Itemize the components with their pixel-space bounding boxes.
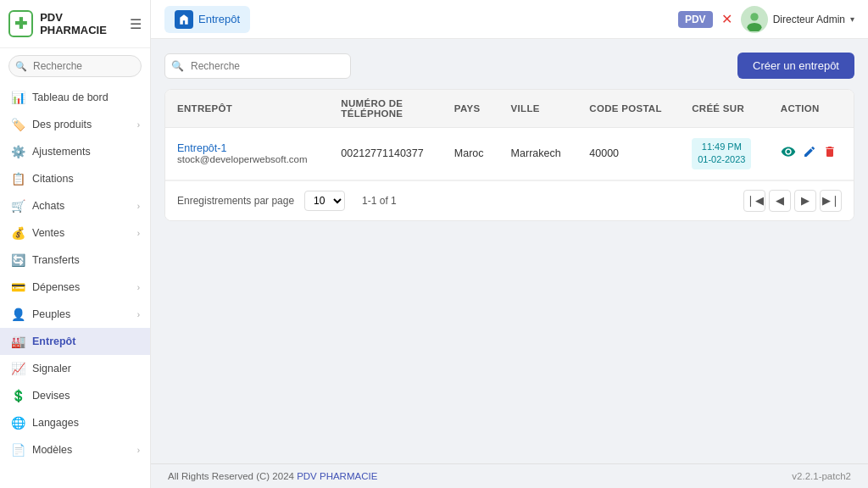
edit-button-0[interactable] [803, 145, 816, 162]
hamburger-menu-icon[interactable]: ☰ [130, 16, 142, 32]
cell-city-0: Marrakech [499, 128, 578, 180]
per-page-select[interactable]: 10 25 50 [304, 191, 345, 211]
nav-icon-langages: 🌐 [10, 416, 25, 430]
nav-icon-devises: 💲 [10, 389, 25, 402]
sidebar-title: PDV PHARMACIE [40, 11, 123, 36]
pagination-controls: ❘◀ ◀ ▶ ▶❘ [743, 190, 842, 212]
first-page-button[interactable]: ❘◀ [743, 190, 765, 212]
sidebar-item-devises[interactable]: 💲 Devises [0, 382, 150, 409]
cell-created-0: 11:49 PM01-02-2023 [680, 128, 769, 180]
prev-page-button[interactable]: ◀ [769, 190, 791, 212]
topbar-right: PDV ✕ Directeur Admin ▾ [678, 6, 854, 33]
sidebar-item-langages[interactable]: 🌐 Langages [0, 409, 150, 436]
nav-icon-depenses: 💳 [10, 280, 25, 294]
nav-icon-citations: 📋 [10, 172, 25, 186]
sidebar-search-icon: 🔍 [15, 61, 27, 72]
sidebar: ✚ PDV PHARMACIE ☰ 🔍 📊 Tableau de bord 🏷️… [0, 0, 151, 488]
col-created: CRÉÉ SUR [680, 90, 769, 128]
col-country: PAYS [442, 90, 499, 128]
sidebar-item-citations[interactable]: 📋 Citations [0, 165, 150, 192]
entrepot-email-0: stock@developerwebsoft.com [177, 154, 317, 164]
cell-country-0: Maroc [442, 128, 499, 180]
sidebar-item-des-produits[interactable]: 🏷️ Des produits › [0, 111, 150, 138]
nav-label-depenses: Dépenses [32, 281, 80, 293]
page-content: 🔍 Créer un entrepôt ENTREPÔT NUMÉRO DETÉ… [151, 39, 868, 463]
nav-icon-tableau-de-bord: 📊 [10, 91, 25, 104]
nav-icon-peuples: 👤 [10, 308, 25, 321]
col-postal: CODE POSTAL [577, 90, 680, 128]
sidebar-logo: ✚ [8, 10, 33, 37]
nav-label-signaler: Signaler [32, 363, 71, 374]
cell-postal-0: 40000 [577, 128, 680, 180]
content-header: 🔍 Créer un entrepôt [164, 53, 854, 79]
sidebar-item-ajustements[interactable]: ⚙️ Ajustements [0, 138, 150, 165]
sidebar-item-peuples[interactable]: 👤 Peuples › [0, 301, 150, 328]
nav-label-devises: Devises [32, 390, 70, 402]
table-footer: Enregistrements par page 10 25 50 1-1 of… [165, 180, 854, 220]
cell-phone-0: 00212771140377 [329, 128, 442, 180]
col-entrepot: ENTREPÔT [165, 90, 329, 128]
nav-label-tableau-de-bord: Tableau de bord [32, 92, 108, 103]
create-entrepot-button[interactable]: Créer un entrepôt [737, 53, 854, 79]
nav-icon-modeles: 📄 [10, 443, 25, 457]
nav-arrow-ventes: › [137, 229, 140, 238]
page-footer: All Rights Reserved (C) 2024 PDV PHARMAC… [151, 463, 868, 488]
sidebar-search-container: 🔍 [0, 48, 150, 84]
nav-arrow-depenses: › [137, 283, 140, 292]
nav-arrow-peuples: › [137, 310, 140, 319]
sidebar-item-signaler[interactable]: 📈 Signaler [0, 355, 150, 382]
sidebar-item-tableau-de-bord[interactable]: 📊 Tableau de bord [0, 84, 150, 111]
view-button-0[interactable] [781, 144, 796, 163]
sidebar-search-input[interactable] [8, 55, 142, 77]
logo-cross-icon: ✚ [14, 14, 27, 33]
entrepot-table: ENTREPÔT NUMÉRO DETÉLÉPHONE PAYS VILLE C… [165, 90, 854, 180]
sidebar-item-depenses[interactable]: 💳 Dépenses › [0, 274, 150, 301]
col-city: VILLE [499, 90, 578, 128]
cell-action-0 [769, 128, 854, 180]
delete-button-0[interactable] [823, 145, 837, 162]
nav-icon-ajustements: ⚙️ [10, 145, 25, 158]
nav-arrow-modeles: › [137, 446, 140, 455]
nav-label-peuples: Peuples [32, 308, 70, 320]
main-content: Entrepôt PDV ✕ Directeur Admin ▾ � [151, 0, 868, 488]
footer-brand-link[interactable]: PDV PHARMACIE [297, 471, 377, 481]
pdv-badge: PDV [678, 11, 713, 28]
user-menu-chevron-icon[interactable]: ▾ [850, 14, 854, 24]
svg-point-1 [750, 13, 758, 20]
last-page-button[interactable]: ▶❘ [820, 190, 842, 212]
nav-icon-entrepot: 🏭 [10, 335, 25, 348]
footer-version: v2.2.1-patch2 [792, 471, 851, 481]
sidebar-item-entrepot[interactable]: 🏭 Entrepôt [0, 328, 150, 355]
nav-icon-signaler: 📈 [10, 362, 25, 375]
nav-arrow-des-produits: › [137, 120, 140, 130]
sidebar-item-modeles[interactable]: 📄 Modèles › [0, 436, 150, 463]
col-action: ACTION [769, 90, 854, 128]
nav-icon-transferts: 🔄 [10, 253, 25, 267]
per-page-label: Enregistrements par page [177, 195, 294, 207]
nav-label-des-produits: Des produits [32, 119, 92, 130]
nav-label-citations: Citations [32, 173, 74, 185]
nav-label-modeles: Modèles [32, 444, 72, 456]
sidebar-item-transferts[interactable]: 🔄 Transferts [0, 247, 150, 274]
nav-label-transferts: Transferts [32, 254, 80, 266]
nav-icon-achats: 🛒 [10, 199, 25, 213]
nav-label-ventes: Ventes [32, 227, 64, 239]
topbar: Entrepôt PDV ✕ Directeur Admin ▾ [151, 0, 868, 39]
entrepot-name-link-0[interactable]: Entrepôt-1 [177, 142, 317, 154]
tab-label: Entrepôt [198, 13, 240, 25]
admin-name: Directeur Admin [773, 14, 845, 25]
nav-label-ajustements: Ajustements [32, 146, 91, 158]
content-search-input[interactable] [164, 53, 351, 79]
entrepot-table-container: ENTREPÔT NUMÉRO DETÉLÉPHONE PAYS VILLE C… [164, 89, 854, 221]
user-avatar [741, 6, 768, 33]
active-tab[interactable]: Entrepôt [164, 6, 250, 33]
footer-copyright: All Rights Reserved (C) 2024 PDV PHARMAC… [168, 471, 377, 481]
nav-arrow-achats: › [137, 202, 140, 211]
table-row: Entrepôt-1 stock@developerwebsoft.com 00… [165, 128, 854, 180]
col-phone: NUMÉRO DETÉLÉPHONE [329, 90, 442, 128]
sidebar-item-achats[interactable]: 🛒 Achats › [0, 192, 150, 219]
nav-label-entrepot: Entrepôt [32, 336, 75, 347]
close-tab-button[interactable]: ✕ [721, 11, 732, 27]
sidebar-item-ventes[interactable]: 💰 Ventes › [0, 219, 150, 247]
next-page-button[interactable]: ▶ [794, 190, 816, 212]
